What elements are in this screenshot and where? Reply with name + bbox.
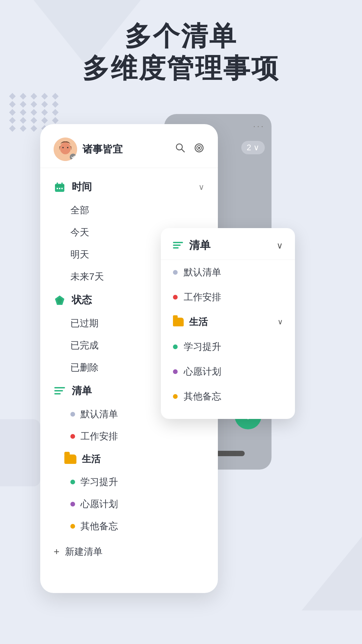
time-chevron-icon: ∨ [198, 182, 204, 192]
default-list-label: 默认清单 [80, 408, 118, 421]
time-section-icon [54, 181, 66, 193]
dropdown-header[interactable]: 清单 ∨ [161, 238, 295, 260]
dropdown-item-other[interactable]: 其他备忘 [161, 384, 295, 409]
dropdown-folder-life-name: 生活 [189, 316, 208, 328]
folder-life[interactable]: 生活 [40, 447, 218, 471]
search-icon[interactable] [175, 143, 186, 156]
dropdown-wish-label: 心愿计划 [184, 365, 221, 378]
menu-item-study[interactable]: 学习提升 [40, 471, 218, 493]
dropdown-dot-other [173, 394, 178, 399]
dropdown-dot-default [173, 270, 178, 275]
status-section-icon [54, 294, 66, 306]
svg-rect-11 [55, 185, 64, 186]
dropdown-folder-chevron-icon: ∨ [278, 318, 283, 326]
dropdown-dot-work [173, 295, 178, 300]
menu-item-other[interactable]: 其他备忘 [40, 515, 218, 537]
check-icon [71, 155, 75, 159]
profile-left: 诸事皆宜 [54, 138, 123, 161]
menu-item-wish[interactable]: 心愿计划 [40, 493, 218, 515]
title-line1: 多个清单 [27, 20, 335, 52]
dot-default [70, 412, 75, 417]
dot-work [70, 434, 75, 439]
svg-rect-13 [61, 182, 63, 185]
dropdown-work-label: 工作安排 [184, 291, 221, 304]
phone-bg-dots: ··· [253, 121, 265, 131]
calendar-icon [54, 182, 65, 193]
dropdown-list-icon [173, 242, 183, 249]
dot-other [70, 524, 75, 529]
diamond-icon [54, 295, 65, 306]
title-section: 多个清单 多维度管理事项 [0, 20, 362, 85]
new-list-text: 新建清单 [65, 545, 103, 558]
target-icon[interactable] [194, 143, 204, 156]
new-list-plus-icon: + [54, 546, 60, 557]
dot-wish [70, 502, 75, 506]
folder-life-icon [64, 454, 76, 464]
dropdown-card: 清单 ∨ 默认清单 工作安排 生活 ∨ 学习提升 [161, 228, 295, 419]
work-list-label: 工作安排 [80, 430, 118, 443]
phone-bg-badge: 2 ∨ [241, 141, 265, 154]
svg-rect-15 [59, 188, 60, 189]
svg-rect-16 [61, 188, 63, 189]
status-section-title: 状态 [72, 293, 92, 307]
menu-item-work-list[interactable]: 工作安排 [40, 425, 218, 447]
phone-mockup-area: ··· 2 ∨ + [40, 114, 362, 644]
dropdown-folder-life-icon [173, 318, 184, 326]
list-section-icon [54, 385, 66, 397]
dropdown-dot-study [173, 344, 178, 349]
dropdown-default-label: 默认清单 [184, 266, 221, 279]
folder-life-title: 生活 [82, 453, 101, 466]
svg-point-3 [62, 147, 64, 148]
dropdown-study-label: 学习提升 [184, 340, 221, 353]
dropdown-item-default[interactable]: 默认清单 [161, 260, 295, 285]
dropdown-title: 清单 [189, 238, 210, 253]
svg-rect-14 [57, 188, 58, 189]
svg-point-4 [67, 147, 68, 148]
svg-rect-12 [57, 182, 58, 185]
new-list-row[interactable]: + 新建清单 [40, 537, 218, 566]
time-section-header[interactable]: 时间 ∨ [40, 175, 218, 199]
dot-study [70, 480, 75, 484]
study-label: 学习提升 [80, 476, 118, 488]
menu-item-all[interactable]: 全部 [40, 199, 218, 221]
dropdown-item-work[interactable]: 工作安排 [161, 285, 295, 310]
profile-header: 诸事皆宜 [40, 138, 218, 168]
wish-label: 心愿计划 [80, 498, 118, 511]
time-section-title: 时间 [72, 180, 92, 194]
dropdown-item-wish[interactable]: 心愿计划 [161, 359, 295, 384]
title-line2: 多维度管理事项 [27, 52, 335, 85]
dropdown-item-study[interactable]: 学习提升 [161, 334, 295, 359]
dropdown-other-label: 其他备忘 [184, 390, 221, 403]
svg-line-6 [182, 149, 184, 152]
bg-decoration-rect [0, 419, 40, 486]
dropdown-chevron-icon: ∨ [277, 240, 283, 251]
other-label: 其他备忘 [80, 520, 118, 533]
avatar [54, 138, 77, 161]
dropdown-dot-wish [173, 369, 178, 374]
list-section-title: 清单 [72, 384, 92, 398]
profile-actions [175, 143, 204, 156]
dropdown-folder-life[interactable]: 生活 ∨ [161, 310, 295, 334]
user-name: 诸事皆宜 [82, 143, 123, 156]
svg-point-9 [198, 147, 200, 149]
avatar-verified-badge [70, 154, 76, 160]
